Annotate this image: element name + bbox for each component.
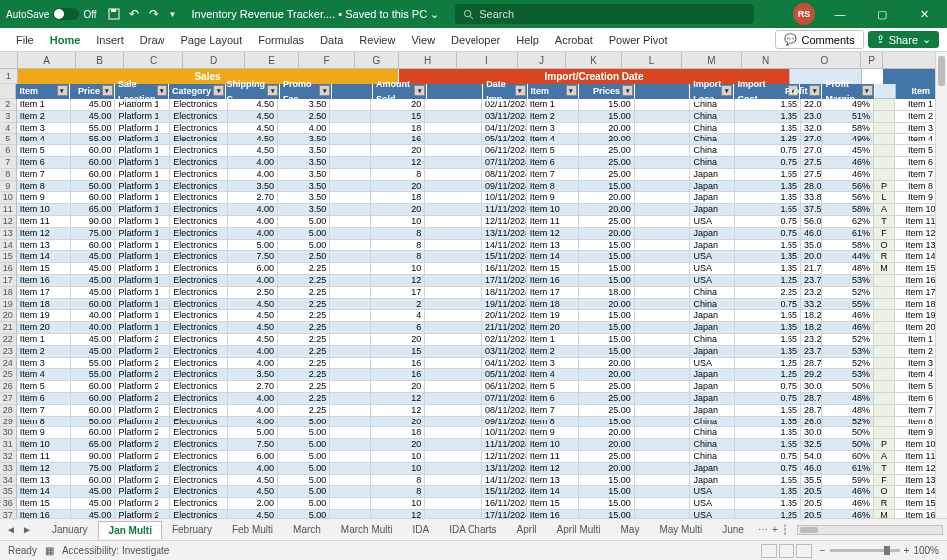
col-header-J[interactable]: J [518,52,566,68]
sheet-tab-jan-multi[interactable]: Jan Multi [98,521,162,539]
status-accessibility[interactable]: Accessibility: Investigate [62,545,169,556]
table-row[interactable]: 15Item 1445.00Platform 1Electronics7.502… [0,251,947,263]
table-row[interactable]: 9Item 850.00Platform 1Electronics3.503.5… [0,181,947,193]
row-header-6[interactable]: 6 [0,145,17,157]
sheet-tab-april[interactable]: April [507,521,547,539]
filter-icon[interactable]: ▾ [809,85,820,96]
row-header-10[interactable]: 10 [0,192,17,204]
row-header-26[interactable]: 26 [0,381,17,393]
row-header-36[interactable]: 36 [0,498,17,510]
row-header-18[interactable]: 18 [0,287,17,299]
sheet-tab-june[interactable]: June [712,521,754,539]
select-all-corner[interactable] [0,52,18,68]
col-header-shipping-c[interactable]: Shipping C▾ [226,84,280,99]
redo-icon[interactable]: ↷ [147,7,160,21]
ribbon-tab-developer[interactable]: Developer [443,28,508,51]
col-header-price[interactable]: Price▾ [70,84,115,99]
view-normal-icon[interactable] [761,544,777,558]
table-row[interactable]: 30Item 960.00Platform 2Electronics5.005.… [0,427,947,439]
vertical-scrollbar[interactable] [935,52,947,518]
row-header-28[interactable]: 28 [0,405,17,417]
col-header-E[interactable]: E [245,52,299,68]
table-row[interactable]: 37Item 1645.00Platform 2Electronics4.505… [0,510,947,518]
col-header-blank[interactable] [332,84,373,99]
col-header-sale-location[interactable]: Sale Location▾ [115,84,169,99]
row-header-16[interactable]: 16 [0,263,17,275]
minimize-button[interactable]: — [823,0,857,28]
filter-icon[interactable]: ▾ [622,85,633,96]
col-header-promo-fee[interactable]: Promo Fee▾ [280,84,332,99]
view-break-icon[interactable] [796,544,812,558]
filter-icon[interactable]: ▾ [862,85,873,96]
row-header-32[interactable]: 32 [0,451,17,463]
col-header-I[interactable]: I [457,52,518,68]
zoom-slider[interactable] [830,549,900,552]
spreadsheet-grid[interactable]: ABCDEFGHIJKLMNOP 1 Sales Import/Creation… [0,52,947,518]
ribbon-tab-formulas[interactable]: Formulas [250,28,312,51]
sheet-tab-feb-multi[interactable]: Feb Multi [222,521,283,539]
zoom-out-button[interactable]: − [820,545,826,556]
row-header-23[interactable]: 23 [0,346,17,358]
sheet-more-icon[interactable]: ⋯ [758,524,768,535]
zoom-level[interactable]: 100% [913,545,939,556]
table-row[interactable]: 24Item 355.00Platform 2Electronics4.002.… [0,358,947,370]
ribbon-tab-page-layout[interactable]: Page Layout [172,28,250,51]
row-header-27[interactable]: 27 [0,393,17,405]
table-row[interactable]: 34Item 1360.00Platform 2Electronics4.505… [0,475,947,487]
table-row[interactable]: 32Item 1190.00Platform 2Electronics6.005… [0,451,947,463]
table-row[interactable]: 7Item 660.00Platform 1Electronics4.003.5… [0,157,947,169]
table-row[interactable]: 10Item 960.00Platform 1Electronics2.703.… [0,192,947,204]
table-row[interactable]: 4Item 355.00Platform 1Electronics4.504.0… [0,123,947,135]
table-row[interactable]: 12Item 1190.00Platform 1Electronics4.005… [0,216,947,228]
col-header-D[interactable]: D [183,52,245,68]
row-header-31[interactable]: 31 [0,439,17,451]
filter-icon[interactable]: ▾ [157,85,167,96]
table-row[interactable]: 6Item 560.00Platform 1Electronics4.503.5… [0,145,947,157]
row-header-33[interactable]: 33 [0,463,17,475]
share-button[interactable]: ⇪ Share ⌄ [868,31,939,48]
col-header-prices[interactable]: Prices▾ [579,84,635,99]
col-header-F[interactable]: F [299,52,355,68]
row-header-8[interactable]: 8 [0,169,17,181]
close-button[interactable]: ✕ [907,0,941,28]
col-header-date-imp[interactable]: Date Imp▾ [483,84,527,99]
col-header-O[interactable]: O [789,52,861,68]
sheet-tab-march[interactable]: March [283,521,331,539]
col-header-C[interactable]: C [124,52,183,68]
column-headers[interactable]: ABCDEFGHIJKLMNOP [0,52,947,69]
filter-icon[interactable]: ▾ [57,85,68,96]
sheet-tab-april-multi[interactable]: April Multi [547,521,611,539]
row-header-14[interactable]: 14 [0,240,17,252]
table-row[interactable]: 22Item 145.00Platform 2Electronics4.502.… [0,334,947,346]
row-header-22[interactable]: 22 [0,334,17,346]
view-page-icon[interactable] [779,544,794,558]
ribbon-tab-home[interactable]: Home [42,28,89,51]
table-row[interactable]: 8Item 760.00Platform 1Electronics4.003.5… [0,169,947,181]
table-row[interactable]: 27Item 660.00Platform 2Electronics4.002.… [0,393,947,405]
row-header-12[interactable]: 12 [0,216,17,228]
row-header-30[interactable]: 30 [0,427,17,439]
table-row[interactable]: 26Item 560.00Platform 2Electronics2.702.… [0,381,947,393]
search-input[interactable]: Search [455,4,754,24]
ribbon-tab-draw[interactable]: Draw [132,28,173,51]
ribbon-tab-acrobat[interactable]: Acrobat [547,28,601,51]
table-row[interactable]: 13Item 1275.00Platform 1Electronics4.005… [0,228,947,240]
filter-icon[interactable]: ▾ [267,85,278,96]
col-header-M[interactable]: M [682,52,742,68]
col-header-N[interactable]: N [742,52,789,68]
row-header-11[interactable]: 11 [0,204,17,216]
filter-icon[interactable]: ▾ [102,85,113,96]
add-sheet-button[interactable]: + [772,524,778,535]
row-header-4[interactable]: 4 [0,123,17,135]
row-header-24[interactable]: 24 [0,358,17,370]
row-header-17[interactable]: 17 [0,275,17,287]
col-header-G[interactable]: G [355,52,399,68]
table-row[interactable]: 16Item 1545.00Platform 1Electronics6.002… [0,263,947,275]
sheet-tab-ida[interactable]: IDA [403,521,440,539]
col-header-profit-margin[interactable]: Profit Margin▾ [822,84,874,99]
ribbon-tab-file[interactable]: File [8,28,42,51]
col-header-profit[interactable]: Profit▾ [800,84,822,99]
col-header-blank[interactable] [635,84,690,99]
row-header-21[interactable]: 21 [0,322,17,334]
filter-icon[interactable]: ▾ [319,85,330,96]
